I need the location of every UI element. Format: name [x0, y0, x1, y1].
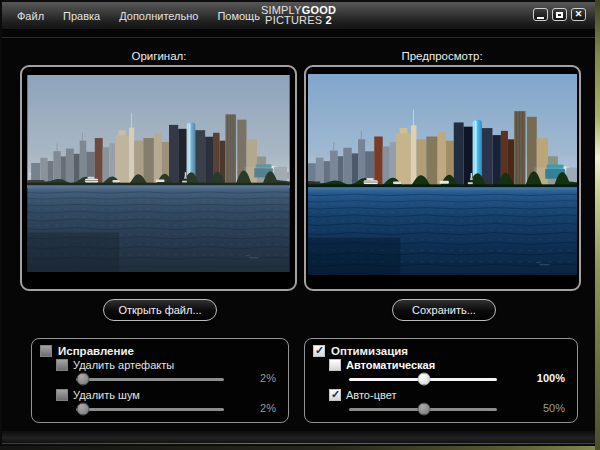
- correction-group: Исправление Удалить артефакты 2% Удалить…: [31, 338, 289, 423]
- window-frame-top: [0, 0, 600, 2]
- original-photo: [27, 75, 290, 272]
- remove-artifacts-label: Удалить артефакты: [73, 359, 174, 371]
- automatic-slider-row: 100%: [313, 372, 567, 387]
- minimize-button[interactable]: [533, 8, 548, 21]
- close-icon: ✕: [575, 10, 583, 19]
- remove-noise-slider[interactable]: [76, 408, 224, 411]
- window-frame-accent-right: [595, 0, 600, 450]
- remove-noise-slider-row: 2%: [40, 402, 278, 417]
- open-file-button[interactable]: Открыть файл...: [103, 299, 217, 321]
- original-image-panel: [20, 65, 297, 291]
- automatic-slider[interactable]: [349, 378, 497, 381]
- auto-color-slider[interactable]: [349, 408, 497, 411]
- auto-color-value: 50%: [519, 402, 565, 414]
- menu-file[interactable]: Файл: [15, 9, 46, 23]
- close-button[interactable]: ✕: [571, 8, 586, 21]
- remove-noise-checkbox[interactable]: [56, 389, 68, 401]
- optimization-checkbox[interactable]: [313, 345, 325, 357]
- app-window: Файл Правка Дополнительно Помощь SIMPLYG…: [0, 0, 600, 450]
- menu-edit[interactable]: Правка: [61, 9, 102, 23]
- correction-checkbox[interactable]: [40, 345, 52, 357]
- correction-title: Исправление: [58, 345, 134, 357]
- remove-artifacts-slider[interactable]: [76, 378, 224, 381]
- window-frame-accent-bottom: [0, 446, 600, 450]
- remove-artifacts-value: 2%: [230, 372, 276, 384]
- remove-artifacts-slider-thumb[interactable]: [77, 373, 90, 386]
- title-bar: Файл Правка Дополнительно Помощь SIMPLYG…: [2, 2, 595, 30]
- menu-bar: Файл Правка Дополнительно Помощь: [2, 9, 262, 23]
- remove-artifacts-slider-row: 2%: [40, 372, 278, 387]
- menu-help[interactable]: Помощь: [215, 9, 262, 23]
- minimize-icon: [537, 17, 544, 19]
- preview-image-panel: [304, 65, 581, 291]
- save-button[interactable]: Сохранить...: [392, 299, 496, 321]
- menu-extras[interactable]: Дополнительно: [117, 9, 200, 23]
- automatic-checkbox[interactable]: [329, 359, 341, 371]
- logo-line2-bold: 2: [326, 14, 332, 26]
- remove-noise-slider-thumb[interactable]: [77, 403, 90, 416]
- optimization-group: Оптимизация Автоматическая 100% Авто-цве…: [304, 338, 578, 423]
- window-controls: ✕: [533, 8, 586, 21]
- titlebar-separator: [2, 37, 595, 38]
- preview-label: Предпросмотр:: [304, 50, 580, 62]
- remove-noise-value: 2%: [230, 402, 276, 414]
- auto-color-checkbox[interactable]: [329, 389, 341, 401]
- logo-line2-light: PICTURES: [265, 14, 322, 26]
- auto-color-slider-thumb[interactable]: [418, 403, 431, 416]
- automatic-slider-thumb[interactable]: [418, 373, 431, 386]
- optimization-title: Оптимизация: [331, 345, 408, 357]
- window-frame-left: [0, 0, 2, 450]
- original-label: Оригинал:: [21, 50, 297, 62]
- maximize-button[interactable]: [552, 8, 567, 21]
- remove-artifacts-checkbox[interactable]: [56, 359, 68, 371]
- auto-color-label: Авто-цвет: [346, 389, 396, 401]
- automatic-label: Автоматическая: [346, 359, 435, 371]
- maximize-icon: [556, 12, 563, 18]
- preview-photo: [308, 74, 577, 275]
- footer-strip: [2, 431, 595, 446]
- auto-color-slider-row: 50%: [313, 402, 567, 417]
- remove-noise-label: Удалить шум: [73, 389, 140, 401]
- app-logo: SIMPLYGOOD PICTURES 2: [261, 5, 336, 25]
- automatic-value: 100%: [519, 372, 565, 384]
